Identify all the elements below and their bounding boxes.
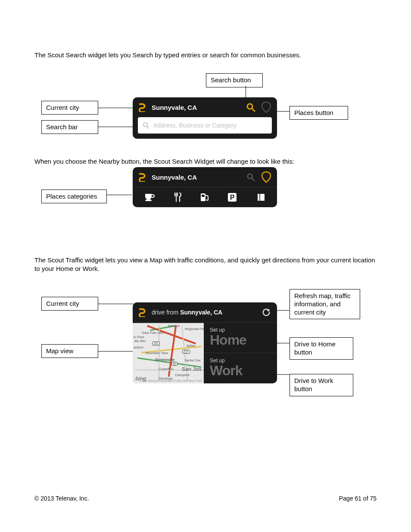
places-categories-row: P — [133, 187, 277, 207]
callout-places-categories: Places categories — [41, 190, 107, 203]
drive-work-button[interactable]: Set up Work — [204, 353, 277, 383]
places-button[interactable] — [261, 102, 272, 113]
intro-paragraph-2: When you choose the Nearby button, the S… — [34, 157, 379, 166]
map-label: Newark — [168, 324, 180, 328]
map-label: alo Alto — [134, 339, 146, 343]
svg-line-3 — [147, 126, 149, 128]
callout-drive-home: Drive to Home button — [290, 337, 353, 360]
scout-places-widget: Sunnyvale, CA — [133, 167, 277, 207]
map-label: Cupertino — [159, 367, 174, 371]
search-input[interactable]: Address, Business or Category — [138, 117, 272, 134]
copyright: © 2013 Telenav, Inc. — [34, 495, 89, 502]
category-parking[interactable]: P — [225, 190, 240, 205]
drive-home-button[interactable]: Set up Home — [204, 323, 277, 353]
map-fineprint: © 2012 Microsoft Corporation © 2012 NAVT… — [139, 380, 202, 382]
svg-rect-7 — [201, 193, 206, 201]
pin-icon — [262, 102, 271, 113]
work-label: Work — [210, 363, 271, 379]
svg-point-6 — [145, 199, 152, 201]
hwy-badge: 237 — [182, 350, 190, 354]
search-button[interactable] — [245, 102, 256, 113]
callout-map-view: Map view — [41, 344, 98, 358]
current-city-label: Sunnyvale, CA — [152, 174, 197, 181]
callout-refresh: Refresh map, traffic information, and cu… — [290, 289, 360, 319]
hwy-badge: 82 — [171, 362, 177, 366]
search-icon — [142, 121, 150, 129]
drive-from-city: Sunnyvale, CA — [180, 309, 222, 316]
gas-pump-icon — [199, 192, 210, 202]
callout-drive-work: Drive to Work button — [290, 374, 353, 396]
refresh-button[interactable] — [261, 307, 272, 318]
search-icon — [246, 172, 255, 182]
category-coffee[interactable] — [143, 190, 157, 205]
scout-traffic-widget: drive from Sunnyvale, CA — [133, 302, 277, 383]
refresh-icon — [262, 308, 271, 317]
svg-line-5 — [252, 178, 255, 181]
svg-rect-12 — [255, 194, 258, 201]
intro-paragraph-3: The Scout Traffic widget lets you view a… — [34, 256, 379, 274]
home-label: Home — [210, 332, 271, 348]
map-label: ilpitas — [187, 344, 195, 348]
directory-icon — [254, 193, 265, 202]
map-label: Mountain View — [146, 351, 168, 355]
svg-text:P: P — [230, 194, 235, 201]
drive-from-prefix: drive from — [152, 309, 180, 316]
map-label: Santa Clar — [184, 358, 201, 362]
coffee-icon — [144, 193, 156, 202]
map-view[interactable]: Newark Regional Park East Palo Alto lo P… — [133, 323, 204, 383]
callout-search-button: Search button — [206, 73, 263, 87]
connector-line — [98, 127, 137, 127]
parking-icon: P — [227, 192, 237, 202]
map-label: Campbell — [175, 373, 190, 377]
category-restaurants[interactable] — [170, 190, 185, 205]
search-placeholder: Address, Business or Category — [153, 122, 237, 129]
svg-line-1 — [252, 109, 255, 111]
map-label: San Jos — [182, 366, 202, 372]
fork-knife-icon — [173, 192, 182, 202]
page-footer: © 2013 Telenav, Inc. Page 61 of 75 — [34, 495, 377, 502]
page-number: Page 61 of 75 — [339, 495, 377, 502]
pin-icon — [262, 171, 271, 183]
map-label: Sunnyvale — [155, 358, 174, 362]
map-label: Regional Park — [185, 327, 204, 331]
scout-logo-icon — [138, 172, 147, 182]
search-button[interactable] — [245, 171, 256, 183]
callout-current-city-1: Current city — [41, 101, 98, 115]
svg-rect-8 — [202, 195, 205, 197]
callout-places-button: Places button — [290, 106, 348, 120]
callout-search-bar: Search bar — [41, 120, 98, 134]
scout-search-widget: Sunnyvale, CA Address, Business or Categ… — [133, 97, 277, 139]
callout-current-city-3: Current city — [41, 297, 98, 311]
map-label: anford — [134, 345, 143, 349]
scout-logo-icon — [138, 308, 147, 317]
places-button[interactable] — [261, 171, 272, 183]
map-label: East Palo Alto — [142, 331, 164, 335]
scout-logo-icon — [138, 103, 147, 112]
connector-line — [98, 351, 135, 352]
intro-paragraph-1: The Scout Search widget lets you Search … — [34, 51, 379, 59]
map-label: lo Park — [134, 335, 144, 339]
current-city-label: Sunnyvale, CA — [152, 104, 197, 111]
drive-from-label: drive from Sunnyvale, CA — [152, 309, 222, 316]
hwy-badge: 101 — [152, 342, 160, 345]
category-more[interactable] — [252, 190, 267, 205]
category-gas[interactable] — [197, 190, 212, 205]
search-icon — [246, 102, 256, 112]
connector-line — [107, 195, 132, 195]
